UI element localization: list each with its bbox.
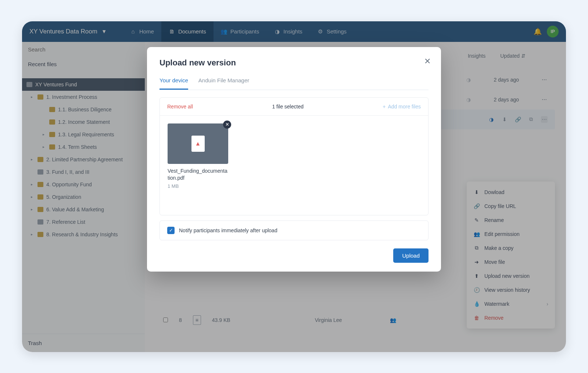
tab-your-device[interactable]: Your device bbox=[159, 77, 188, 90]
pdf-icon bbox=[191, 136, 205, 152]
upload-box: Remove all 1 file selected +Add more fil… bbox=[159, 97, 429, 215]
close-icon: ✕ bbox=[225, 122, 229, 127]
tab-file-manager[interactable]: Anduin File Manager bbox=[198, 77, 249, 90]
upload-modal: Upload new version ✕ Your device Anduin … bbox=[147, 47, 441, 272]
plus-icon: + bbox=[383, 104, 386, 110]
upload-tabs: Your device Anduin File Manager bbox=[159, 77, 429, 90]
close-icon: ✕ bbox=[424, 57, 431, 66]
add-more-button[interactable]: +Add more files bbox=[383, 104, 421, 110]
file-thumbnail: ✕ bbox=[168, 123, 228, 164]
remove-all-button[interactable]: Remove all bbox=[167, 104, 193, 110]
file-name-label: Vest_Funding_documentation.pdf bbox=[168, 168, 228, 182]
upload-button[interactable]: Upload bbox=[393, 248, 429, 263]
notify-option[interactable]: ✓ Notify participants immediately after … bbox=[159, 220, 429, 240]
notify-label: Notify participants immediately after up… bbox=[179, 227, 277, 233]
notify-checkbox[interactable]: ✓ bbox=[167, 227, 175, 234]
file-drop-zone[interactable]: ✕ Vest_Funding_documentation.pdf 1 MB bbox=[160, 116, 428, 215]
file-size-label: 1 MB bbox=[168, 183, 228, 189]
selected-count: 1 file selected bbox=[272, 104, 304, 110]
file-remove-button[interactable]: ✕ bbox=[223, 121, 231, 129]
uploaded-file-card: ✕ Vest_Funding_documentation.pdf 1 MB bbox=[168, 123, 228, 189]
close-button[interactable]: ✕ bbox=[424, 57, 431, 66]
modal-title: Upload new version bbox=[159, 58, 429, 68]
